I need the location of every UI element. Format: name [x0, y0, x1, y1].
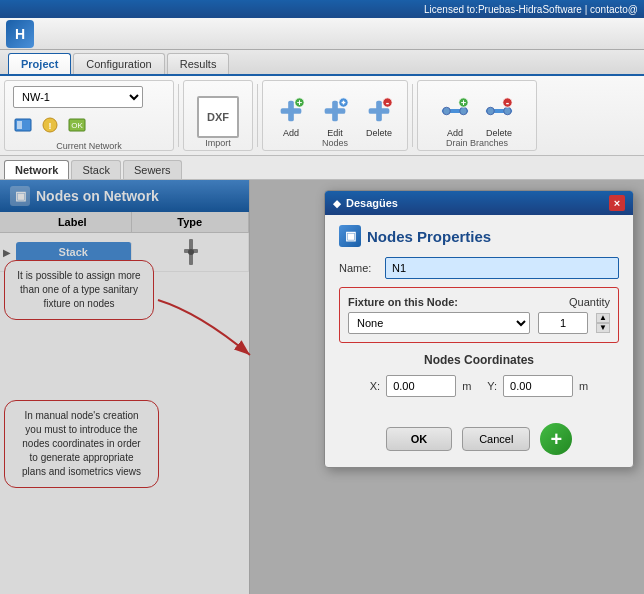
x-unit: m [462, 380, 471, 392]
mini-icon-2[interactable]: ! [38, 113, 62, 137]
dialog-section-title: ▣ Nodes Properties [339, 225, 619, 247]
subtab-stack[interactable]: Stack [71, 160, 121, 179]
fixture-box: Fixture on this Node: Quantity None ▲ ▼ [339, 287, 619, 343]
svg-text:+: + [461, 97, 467, 108]
nodes-edit-label: Edit [327, 128, 343, 138]
nodes-edit-icon [319, 95, 351, 127]
mini-icons-row: ! OK [9, 111, 169, 139]
dialog-body: ▣ Nodes Properties Name: Fixture on this… [325, 215, 633, 417]
dialog-titlebar: ◆ Desagües × [325, 191, 633, 215]
import-group: DXF Import [183, 80, 253, 151]
svg-rect-11 [332, 101, 338, 122]
fixture-label-row: Fixture on this Node: Quantity [348, 296, 610, 308]
drain-delete-icon: - [483, 95, 515, 127]
svg-text:!: ! [49, 121, 52, 131]
tab-results[interactable]: Results [167, 53, 230, 74]
quantity-spinner[interactable]: ▲ ▼ [596, 313, 610, 333]
drain-delete-label: Delete [486, 128, 512, 138]
subtab-sewers[interactable]: Sewers [123, 160, 182, 179]
x-input[interactable] [386, 375, 456, 397]
current-network-label: Current Network [9, 139, 169, 151]
svg-point-26 [504, 107, 512, 115]
nodes-add-icon: + [275, 95, 307, 127]
import-group-label: Import [184, 138, 252, 148]
name-row: Name: [339, 257, 619, 279]
tab-configuration[interactable]: Configuration [73, 53, 164, 74]
fixture-section-title: Fixture on this Node: [348, 296, 458, 308]
quantity-input[interactable] [538, 312, 588, 334]
svg-text:-: - [386, 97, 390, 108]
svg-text:+: + [297, 97, 303, 108]
network-row: NW-1 [9, 83, 169, 111]
tab-project[interactable]: Project [8, 53, 71, 74]
nodes-delete-label: Delete [366, 128, 392, 138]
dialog-section-title-text: Nodes Properties [367, 228, 491, 245]
sep2 [257, 84, 258, 147]
app-logo: H [6, 20, 34, 48]
ribbon: NW-1 ! OK Current Network DXF Import [0, 76, 644, 156]
add-green-button[interactable]: + [540, 423, 572, 455]
drain-group-label: Drain Branches [418, 138, 536, 148]
app-header: H [0, 18, 644, 50]
license-text: Licensed to:Pruebas-HidraSoftware | cont… [424, 4, 638, 15]
drain-delete-button[interactable]: - Delete [479, 93, 519, 140]
quantity-label: Quantity [569, 296, 610, 308]
svg-point-20 [443, 107, 451, 115]
nodes-add-button[interactable]: + Add [271, 93, 311, 140]
subtab-network[interactable]: Network [4, 160, 69, 179]
sub-tabs: Network Stack Sewers [0, 156, 644, 180]
menu-tabs: Project Configuration Results [0, 50, 644, 76]
dialog-titlebar-text: Desagües [346, 197, 398, 209]
cancel-button[interactable]: Cancel [462, 427, 530, 451]
dxf-icon: DXF [197, 96, 239, 138]
y-label: Y: [487, 380, 497, 392]
x-label: X: [370, 380, 380, 392]
drain-add-icon: + [439, 95, 471, 127]
network-select[interactable]: NW-1 [13, 86, 143, 108]
drain-group: + Add - Delete Drain Branches [417, 80, 537, 151]
svg-rect-1 [17, 121, 22, 129]
mini-icon-3[interactable]: OK [65, 113, 89, 137]
dialog-overlay: ◆ Desagües × ▣ Nodes Properties Name: [0, 180, 644, 594]
nodes-delete-button[interactable]: - Delete [359, 93, 399, 140]
current-network-group: NW-1 ! OK Current Network [4, 80, 174, 151]
drain-add-button[interactable]: + Add [435, 93, 475, 140]
svg-rect-16 [376, 101, 382, 122]
fixture-row: None ▲ ▼ [348, 312, 610, 334]
import-dxf-button[interactable]: DXF [193, 94, 243, 140]
coords-row: X: m Y: m [339, 375, 619, 397]
nodes-properties-dialog: ◆ Desagües × ▣ Nodes Properties Name: [324, 190, 634, 468]
svg-point-25 [487, 107, 495, 115]
dialog-close-button[interactable]: × [609, 195, 625, 211]
sep3 [412, 84, 413, 147]
spinner-down[interactable]: ▼ [596, 323, 610, 333]
y-input[interactable] [503, 375, 573, 397]
svg-point-21 [460, 107, 468, 115]
nodes-group-label: Nodes [263, 138, 407, 148]
dialog-titlebar-icon: ◆ [333, 198, 341, 209]
svg-text:OK: OK [71, 121, 83, 130]
svg-text:-: - [506, 97, 510, 108]
y-unit: m [579, 380, 588, 392]
coords-title: Nodes Coordinates [339, 353, 619, 367]
dialog-footer: OK Cancel + [325, 417, 633, 467]
spinner-up[interactable]: ▲ [596, 313, 610, 323]
svg-rect-7 [288, 101, 294, 122]
dialog-section-icon: ▣ [339, 225, 361, 247]
mini-icon-1[interactable] [11, 113, 35, 137]
sep1 [178, 84, 179, 147]
nodes-edit-button[interactable]: Edit [315, 93, 355, 140]
title-bar: Licensed to:Pruebas-HidraSoftware | cont… [0, 0, 644, 18]
name-label: Name: [339, 262, 379, 274]
nodes-group: + Add Edit [262, 80, 408, 151]
nodes-delete-icon: - [363, 95, 395, 127]
main-content: ▣ Nodes on Network Label Type ▶ Stack It… [0, 180, 644, 594]
ok-button[interactable]: OK [386, 427, 453, 451]
fixture-select[interactable]: None [348, 312, 530, 334]
nodes-add-label: Add [283, 128, 299, 138]
name-input[interactable] [385, 257, 619, 279]
drain-add-label: Add [447, 128, 463, 138]
